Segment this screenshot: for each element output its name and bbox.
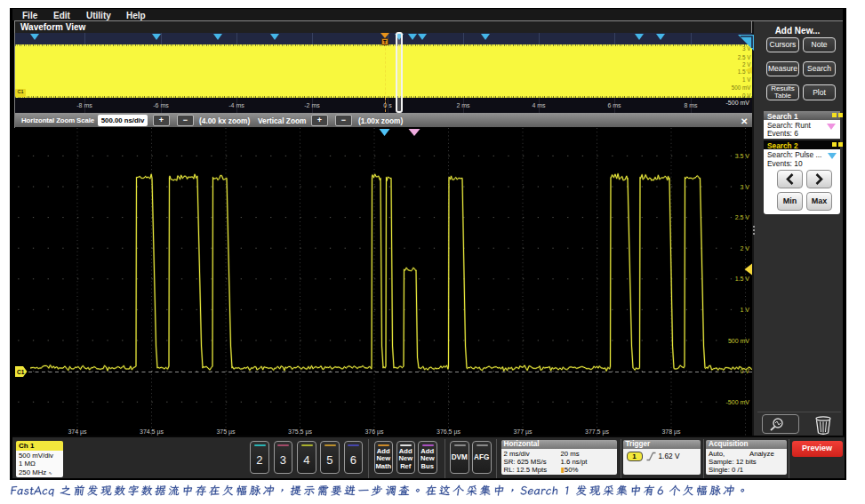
svg-text:0 V: 0 V [740,368,749,374]
svg-text:376 µs: 376 µs [364,428,384,436]
svg-text:374 µs: 374 µs [68,428,87,436]
svg-text:500 mV: 500 mV [728,338,749,344]
svg-text:376.5 µs: 376.5 µs [437,428,461,436]
svg-text:-500 mV: -500 mV [726,399,750,405]
svg-text:3.5 V: 3.5 V [735,153,750,159]
svg-text:375 µs: 375 µs [216,428,236,436]
svg-text:1 V: 1 V [740,307,749,313]
svg-text:377.5 µs: 377.5 µs [585,428,609,436]
svg-text:2 V: 2 V [740,245,749,252]
svg-text:377 µs: 377 µs [513,428,533,436]
svg-text:374.5 µs: 374.5 µs [140,428,164,436]
svg-text:C1: C1 [17,369,25,375]
svg-text:3 V: 3 V [740,184,749,190]
svg-text:1.5 V: 1.5 V [735,276,750,282]
svg-text:2.5 V: 2.5 V [735,214,750,220]
svg-text:375.5 µs: 375.5 µs [288,428,312,436]
svg-text:378 µs: 378 µs [661,428,681,436]
